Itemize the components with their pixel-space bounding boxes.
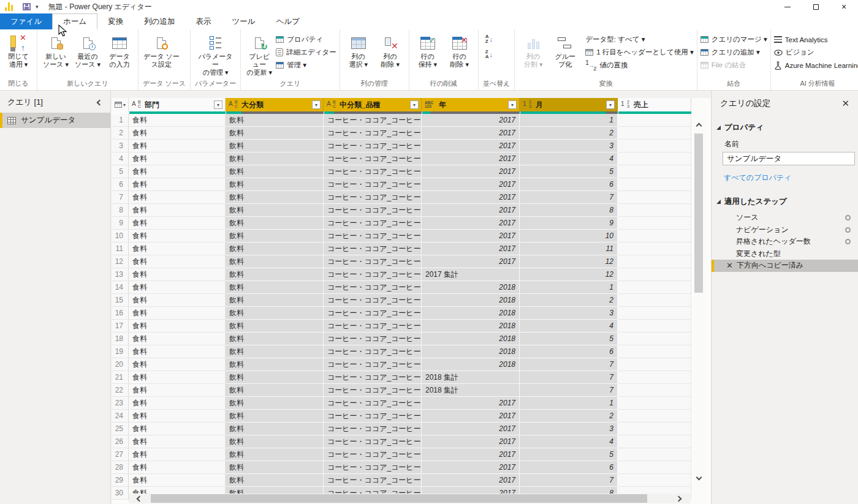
- cell-subcategory[interactable]: コーヒー・ココア_コーヒー: [324, 204, 422, 217]
- cell-subcategory[interactable]: コーヒー・ココア_コーヒー: [324, 423, 422, 435]
- cell-category[interactable]: 飲料: [226, 397, 324, 410]
- cell-category[interactable]: 飲料: [226, 371, 324, 384]
- cell-sales[interactable]: [618, 384, 691, 397]
- filter-dropdown-button[interactable]: ▾: [508, 100, 517, 109]
- cell-year[interactable]: 2017 集計: [422, 268, 520, 281]
- filter-dropdown-button[interactable]: ▾: [410, 100, 419, 109]
- cell-sales[interactable]: [618, 165, 691, 178]
- query-name-input[interactable]: [723, 152, 855, 165]
- cell-year[interactable]: 2018: [422, 281, 520, 294]
- row-number[interactable]: 25: [112, 423, 129, 435]
- quick-access-caret-icon[interactable]: ▾: [36, 4, 39, 10]
- row-number[interactable]: 13: [112, 268, 129, 281]
- cell-category[interactable]: 飲料: [226, 358, 324, 371]
- cell-dept[interactable]: 食料: [129, 165, 226, 178]
- cell-month[interactable]: 12: [520, 255, 618, 268]
- cell-category[interactable]: 飲料: [226, 165, 324, 178]
- cell-category[interactable]: 飲料: [226, 345, 324, 358]
- applied-step-ナビゲーション[interactable]: ナビゲーション: [712, 224, 858, 236]
- cell-dept[interactable]: 食料: [129, 371, 226, 384]
- cell-dept[interactable]: 食料: [129, 281, 226, 294]
- scroll-left-icon[interactable]: [134, 494, 145, 503]
- cell-sales[interactable]: [618, 423, 691, 435]
- cell-category[interactable]: 飲料: [226, 461, 324, 474]
- cell-category[interactable]: 飲料: [226, 230, 324, 243]
- cell-subcategory[interactable]: コーヒー・ココア_コーヒー: [324, 268, 422, 281]
- row-number[interactable]: 24: [112, 410, 129, 423]
- cell-year[interactable]: 2017: [422, 230, 520, 243]
- cell-dept[interactable]: 食料: [129, 358, 226, 371]
- cell-month[interactable]: 7: [520, 371, 618, 384]
- cell-year[interactable]: 2017: [422, 152, 520, 165]
- menu-tab-表示[interactable]: 表示: [186, 13, 222, 29]
- row-number[interactable]: 1: [112, 114, 129, 127]
- cell-dept[interactable]: 食料: [129, 448, 226, 461]
- cell-sales[interactable]: [618, 152, 691, 165]
- cell-month[interactable]: 6: [520, 178, 618, 191]
- cell-dept[interactable]: 食料: [129, 435, 226, 448]
- cell-dept[interactable]: 食料: [129, 152, 226, 165]
- cell-sales[interactable]: [618, 345, 691, 358]
- manage-parameters-button[interactable]: パラメーター の管理 ▾: [194, 31, 237, 77]
- cell-year[interactable]: 2018: [422, 333, 520, 345]
- row-number[interactable]: 8: [112, 204, 129, 217]
- cell-dept[interactable]: 食料: [129, 127, 226, 140]
- menu-tab-変換[interactable]: 変換: [97, 13, 134, 29]
- row-number[interactable]: 16: [112, 307, 129, 320]
- cell-month[interactable]: 6: [520, 345, 618, 358]
- cell-sales[interactable]: [618, 204, 691, 217]
- step-settings-gear-icon[interactable]: [845, 227, 851, 233]
- row-number[interactable]: 19: [112, 345, 129, 358]
- step-settings-gear-icon[interactable]: [845, 215, 851, 220]
- menu-tab-列の追加[interactable]: 列の追加: [134, 13, 185, 29]
- text-analytics-button[interactable]: Text Analytics: [774, 34, 858, 45]
- choose-columns-button[interactable]: 列の 選択 ▾: [343, 31, 374, 69]
- cell-subcategory[interactable]: コーヒー・ココア_コーヒー: [324, 165, 422, 178]
- remove-rows-button[interactable]: ✕ 行の 削除 ▾: [444, 31, 475, 69]
- scroll-right-icon[interactable]: [673, 494, 684, 503]
- cell-sales[interactable]: [618, 268, 691, 281]
- cell-category[interactable]: 飲料: [226, 217, 324, 230]
- cell-month[interactable]: 5: [520, 165, 618, 178]
- cell-subcategory[interactable]: コーヒー・ココア_コーヒー: [324, 474, 422, 487]
- applied-step-下方向へコピー済み[interactable]: ✕下方向へコピー済み: [712, 260, 858, 272]
- cell-month[interactable]: 2: [520, 410, 618, 423]
- row-number[interactable]: 12: [112, 255, 129, 268]
- cell-month[interactable]: 7: [520, 384, 618, 397]
- row-number[interactable]: 3: [112, 140, 129, 152]
- column-header-部門[interactable]: ABC部門▾: [129, 98, 226, 111]
- row-number[interactable]: 18: [112, 333, 129, 345]
- cell-subcategory[interactable]: コーヒー・ココア_コーヒー: [324, 178, 422, 191]
- cell-sales[interactable]: [618, 435, 691, 448]
- row-number[interactable]: 22: [112, 384, 129, 397]
- replace-values-button[interactable]: 1→2値の置換: [585, 59, 693, 71]
- cell-category[interactable]: 飲料: [226, 204, 324, 217]
- cell-category[interactable]: 飲料: [226, 268, 324, 281]
- row-number[interactable]: 21: [112, 371, 129, 384]
- cell-month[interactable]: 4: [520, 320, 618, 333]
- cell-subcategory[interactable]: コーヒー・ココア_コーヒー: [324, 410, 422, 423]
- cell-subcategory[interactable]: コーヒー・ココア_コーヒー: [324, 294, 422, 307]
- cell-subcategory[interactable]: コーヒー・ココア_コーヒー: [324, 333, 422, 345]
- cell-sales[interactable]: [618, 127, 691, 140]
- vision-button[interactable]: ビジョン: [774, 47, 858, 58]
- close-and-apply-button[interactable]: ✕↑ 閉じて 適用 ▾: [3, 31, 34, 69]
- cell-year[interactable]: 2017: [422, 127, 520, 140]
- cell-month[interactable]: 1: [520, 397, 618, 410]
- use-first-row-button[interactable]: 1 行目をヘッダーとして使用 ▾: [585, 47, 693, 58]
- cell-dept[interactable]: 食料: [129, 294, 226, 307]
- cell-subcategory[interactable]: コーヒー・ココア_コーヒー: [324, 397, 422, 410]
- cell-subcategory[interactable]: コーヒー・ココア_コーヒー: [324, 358, 422, 371]
- cell-subcategory[interactable]: コーヒー・ココア_コーヒー: [324, 217, 422, 230]
- cell-year[interactable]: 2017: [422, 448, 520, 461]
- vertical-scrollbar-thumb[interactable]: [694, 134, 703, 293]
- column-header-月[interactable]: 123月▾: [520, 98, 618, 111]
- cell-year[interactable]: 2017: [422, 217, 520, 230]
- column-header-年[interactable]: ABC123年▾: [422, 98, 520, 111]
- cell-subcategory[interactable]: コーヒー・ココア_コーヒー: [324, 384, 422, 397]
- cell-sales[interactable]: [618, 255, 691, 268]
- cell-sales[interactable]: [618, 333, 691, 345]
- cell-sales[interactable]: [618, 281, 691, 294]
- cell-sales[interactable]: [618, 358, 691, 371]
- merge-queries-button[interactable]: クエリのマージ ▾: [700, 34, 767, 45]
